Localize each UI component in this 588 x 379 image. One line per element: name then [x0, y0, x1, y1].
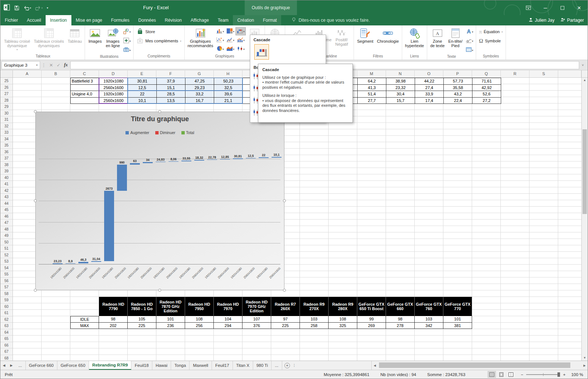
row-header-67[interactable]: 67 [0, 348, 13, 355]
cell-F26[interactable]: 15,1 [157, 85, 185, 91]
cell-E28[interactable]: 10,1 [128, 98, 157, 104]
row-header-53[interactable]: 53 [0, 258, 13, 265]
row-header-33[interactable]: 33 [0, 129, 13, 136]
insert-line-chart-button[interactable]: ▾ [225, 36, 235, 44]
gpu-cell[interactable]: 225 [271, 323, 300, 329]
sheet-tab[interactable]: Hawai [152, 361, 171, 370]
gpu-cell[interactable]: 104 [214, 316, 242, 323]
cell-E27[interactable]: 22 [128, 91, 157, 98]
waterfall-bar[interactable] [143, 162, 153, 163]
chart-legend[interactable]: AugmenterDiminuerTotal [36, 130, 284, 135]
gpu-cell[interactable]: 107 [242, 316, 271, 323]
equation-button[interactable]: πÉquation▾ [477, 28, 505, 36]
cell-N28[interactable]: 15,7 [386, 98, 415, 104]
slicer-button[interactable]: Segment [355, 26, 375, 54]
tab-mise-en-page[interactable]: Mise en page [71, 15, 107, 25]
row-header-55[interactable]: 55 [0, 271, 13, 278]
gpu-cell[interactable]: 342 [415, 323, 443, 329]
tab-affichage[interactable]: Affichage [186, 15, 213, 25]
selection-handle[interactable] [283, 199, 286, 202]
gpu-cell[interactable]: 103 [415, 316, 443, 323]
gpu-cell[interactable]: 225 [128, 323, 156, 329]
gpu-cell[interactable]: 381 [443, 323, 472, 329]
tab-accueil[interactable]: Accueil [22, 15, 46, 25]
row-header-40[interactable]: 40 [0, 175, 13, 181]
waterfall-bar[interactable] [181, 161, 191, 161]
horizontal-scroll-thumb[interactable] [379, 362, 570, 368]
icons-button[interactable]: ▾ [122, 37, 132, 45]
row-header-57[interactable]: 57 [0, 284, 13, 291]
row-header-45[interactable]: 45 [0, 207, 13, 213]
cell-Q28[interactable]: 27,2 [472, 98, 501, 104]
row-header-37[interactable]: 37 [0, 155, 13, 162]
selection-handle[interactable] [34, 289, 37, 292]
gpu-cell[interactable]: 376 [242, 323, 271, 329]
selection-handle[interactable] [283, 289, 286, 292]
cell-H27[interactable]: 39,6 [214, 91, 243, 98]
cell-P26[interactable]: 35,58 [444, 85, 472, 91]
scroll-up-icon[interactable]: ▲ [582, 78, 588, 83]
wordart-button[interactable]: A▾ [464, 28, 475, 36]
column-header-P[interactable]: P [443, 70, 472, 77]
row-header-50[interactable]: 50 [0, 239, 13, 246]
row-header-47[interactable]: 47 [0, 220, 13, 226]
scroll-right-icon[interactable]: ▶ [581, 361, 588, 370]
zoom-out-button[interactable]: − [521, 372, 524, 377]
selection-handle[interactable] [158, 289, 161, 292]
row-header-43[interactable]: 43 [0, 194, 13, 200]
waterfall-bar[interactable] [117, 165, 127, 191]
row-header-25[interactable]: 25 [0, 78, 13, 84]
maximize-button[interactable] [554, 0, 571, 15]
waterfall-bar[interactable] [65, 263, 75, 264]
row-header-46[interactable]: 46 [0, 213, 13, 220]
name-box[interactable]: Graphique 3 ▾ [1, 61, 40, 69]
gpu-cell[interactable]: 97 [271, 316, 300, 323]
column-header-H[interactable]: H [214, 70, 242, 77]
column-header-D[interactable]: D [99, 70, 128, 77]
gpu-cell[interactable]: 98 [386, 316, 415, 323]
hyperlink-button[interactable]: Lien hypertexte [403, 26, 426, 54]
insert-column-chart-button[interactable]: ▾ [215, 27, 225, 35]
waterfall-bar[interactable] [53, 263, 63, 264]
gpu-cell[interactable]: 101 [443, 316, 472, 323]
row-header-44[interactable]: 44 [0, 200, 13, 207]
normal-view-button[interactable] [488, 371, 496, 378]
gpu-cell[interactable]: 108 [329, 316, 357, 323]
sheet-tab[interactable]: 980 Ti [253, 361, 272, 370]
cell-M26[interactable]: 41,3 [358, 85, 386, 91]
save-button[interactable] [14, 5, 20, 11]
gpu-cell[interactable]: 98 [99, 316, 128, 323]
row-header-51[interactable]: 51 [0, 245, 13, 252]
insert-function-button[interactable]: fx [62, 62, 70, 68]
cell-C25[interactable]: Battlefield 3 [71, 78, 99, 85]
close-button[interactable]: ✕ [571, 0, 588, 15]
insert-stock-chart-button[interactable]: ▾ [235, 45, 246, 53]
cell-Q27[interactable]: 52,6 [472, 91, 501, 98]
insert-area-chart-button[interactable]: ▾ [225, 45, 235, 53]
scroll-down-icon[interactable]: ▼ [582, 355, 588, 361]
row-header-41[interactable]: 41 [0, 181, 13, 187]
waterfall-bar[interactable] [272, 157, 281, 158]
row-header-32[interactable]: 32 [0, 123, 13, 130]
screenshot-button[interactable]: ▾ [122, 46, 132, 54]
symbol-button[interactable]: ΩSymbole [477, 37, 505, 45]
tab-données[interactable]: Données [134, 15, 160, 25]
tab-scrollbar-splitter[interactable]: ⁞ [293, 361, 296, 370]
tab-création[interactable]: Création [233, 15, 258, 25]
timeline-button[interactable]: Chronologie [375, 26, 400, 54]
row-header-42[interactable]: 42 [0, 187, 13, 194]
row-header-27[interactable]: 27 [0, 91, 13, 97]
store-button[interactable]: Store [135, 28, 183, 36]
column-header-S[interactable]: S [529, 70, 558, 77]
cell-D25[interactable]: 1920x1080 [99, 78, 128, 85]
cell-O28[interactable]: 17,4 [415, 98, 444, 104]
cell-D27[interactable]: 1920x1080 [99, 91, 128, 98]
column-header-R[interactable]: R [501, 70, 529, 77]
vertical-scrollbar[interactable]: ▲ ▼ [581, 78, 588, 361]
sheet-tab[interactable]: ... [15, 361, 26, 370]
cell-M28[interactable]: 27,7 [358, 98, 386, 104]
sheet-tab[interactable]: Feuil17 [212, 361, 233, 370]
row-header-56[interactable]: 56 [0, 278, 13, 284]
row-header-66[interactable]: 66 [0, 342, 13, 349]
cell-O27[interactable]: 33,9 [415, 91, 444, 98]
